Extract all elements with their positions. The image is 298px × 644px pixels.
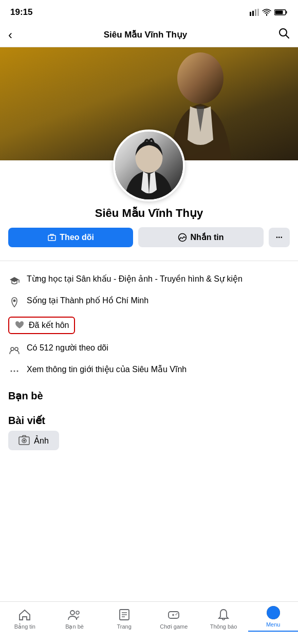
svg-point-35 [177,613,178,614]
svg-point-26 [76,611,79,614]
nav-item-menu[interactable]: Menu [248,606,298,632]
friends-title: Bạn bè [0,381,298,406]
followers-icon [8,343,21,356]
svg-point-37 [271,609,275,613]
status-time: 19:15 [10,7,32,17]
posts-section: Ảnh [0,431,298,450]
avatar [113,130,185,201]
photo-icon [18,435,30,446]
nav-item-games[interactable]: Chơi game [149,608,199,630]
status-bar: 19:15 [0,0,298,23]
svg-rect-1 [252,11,254,16]
svg-rect-0 [250,12,251,16]
nav-label-games: Chơi game [160,623,188,630]
relationship-highlight: Đã kết hôn [8,317,75,334]
pages-icon [118,608,131,621]
avatar-image [115,132,183,199]
svg-point-20 [14,371,15,372]
nav-label-home: Bảng tin [14,623,35,630]
follow-button[interactable]: Theo dõi [8,228,133,247]
relationship-text: Đã kết hôn [29,320,69,331]
svg-point-10 [177,52,224,104]
message-label: Nhắn tin [190,232,224,242]
info-education: Từng học tại Sân khấu - Điện ảnh - Truyề… [8,269,290,291]
followers-text: Có 512 người theo dõi [27,342,108,354]
posts-title: Bài viết [0,406,298,431]
menu-avatar-icon [267,606,280,619]
nav-item-notifications[interactable]: Thông báo [199,608,249,630]
more-info-text: Xem thông tin giới thiệu của Siêu Mẫu Vĩ… [27,364,187,375]
profile-section: Siêu Mẫu Vĩnh Thụy Theo dõi Nhắn tin [0,160,298,253]
svg-line-8 [286,35,289,38]
svg-point-19 [11,371,12,372]
search-icon [278,28,290,39]
svg-rect-3 [257,9,259,16]
nav-item-home[interactable]: Bảng tin [0,608,50,630]
active-underline [248,631,298,632]
info-followers: Có 512 người theo dõi [8,338,290,360]
location-icon [8,296,21,308]
action-buttons: Theo dõi Nhắn tin ··· [8,227,290,247]
wifi-icon [262,9,271,16]
photo-label: Ảnh [34,436,49,446]
notifications-icon [217,608,230,621]
search-button[interactable] [278,28,290,42]
message-button[interactable]: Nhắn tin [138,227,263,247]
nav-bar: ‹ Siêu Mẫu Vĩnh Thụy [0,23,298,47]
page-title: Siêu Mẫu Vĩnh Thụy [104,29,188,40]
follow-label: Theo dõi [60,233,94,242]
relationship-icon [14,320,25,330]
more-button[interactable]: ··· [269,228,290,247]
svg-point-34 [176,614,177,615]
messenger-icon [178,233,187,242]
bottom-nav: Bảng tin Bạn bè Trang [0,601,298,644]
status-icons [250,9,288,16]
signal-icon [250,9,259,16]
education-text: Từng học tại Sân khấu - Điện ảnh - Truyề… [27,273,243,285]
back-button[interactable]: ‹ [8,28,12,42]
profile-name: Siêu Mẫu Vĩnh Thụy [95,207,203,220]
education-icon [8,274,21,287]
friends-icon [68,608,81,621]
nav-item-friends[interactable]: Bạn bè [50,608,100,630]
nav-label-friends: Bạn bè [65,623,84,630]
avatar-svg [115,132,183,199]
svg-rect-5 [286,11,287,14]
more-label: ··· [276,233,283,242]
games-icon [167,608,180,621]
location-text: Sống tại Thành phố Hồ Chí Minh [27,295,148,306]
info-section: Từng học tại Sân khấu - Điện ảnh - Truyề… [0,261,298,381]
info-relationship: Đã kết hôn [8,312,290,338]
svg-rect-2 [255,9,256,16]
info-location: Sống tại Thành phố Hồ Chí Minh [8,291,290,312]
nav-label-notifications: Thông báo [210,623,237,630]
info-more[interactable]: Xem thông tin giới thiệu của Siêu Mẫu Vĩ… [8,360,290,381]
nav-item-pages[interactable]: Trang [99,608,149,630]
nav-label-pages: Trang [117,623,132,630]
svg-point-24 [23,440,25,442]
photo-button[interactable]: Ảnh [8,431,59,450]
svg-point-21 [17,371,18,372]
user-avatar-nav [267,606,280,619]
home-icon [18,608,31,621]
nav-label-menu: Menu [266,621,281,628]
svg-point-25 [70,611,74,615]
follow-icon [47,233,57,242]
battery-icon [274,9,288,16]
svg-rect-6 [275,11,283,14]
svg-point-18 [13,300,16,302]
more-info-icon [8,365,21,377]
